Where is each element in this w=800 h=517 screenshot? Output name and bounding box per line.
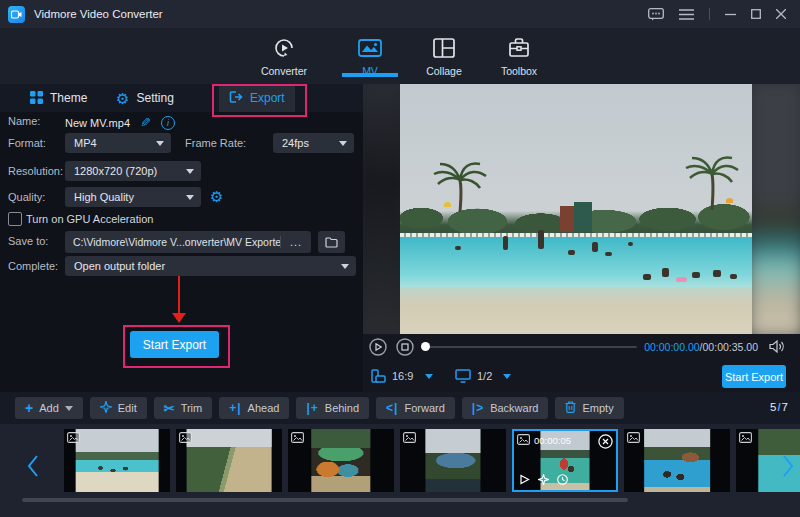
minimize-icon[interactable] [725,9,736,19]
gpu-label: Turn on GPU Acceleration [26,213,153,225]
info-icon[interactable]: i [161,116,175,130]
annotation-arrow [178,276,180,314]
quality-settings-icon[interactable] [210,188,223,206]
screen-icon[interactable] [455,369,471,385]
save-to-label: Save to: [8,235,48,247]
trim-icon [164,402,175,415]
gear-icon [116,91,129,106]
resolution-select[interactable]: 1280x720 (720p) [65,161,201,181]
close-icon[interactable] [776,9,786,19]
name-label: Name: [8,115,40,127]
folder-icon [325,237,338,248]
titlebar-divider [709,8,710,20]
duration-clip-icon[interactable] [557,474,568,487]
counter-total: 7 [782,401,788,413]
app-logo-icon [8,6,25,23]
clip-counter: 5/7 [770,401,788,413]
nav-tab-toolbox[interactable]: Toolbox [487,34,551,77]
format-select[interactable]: MP4 [65,133,171,153]
maximize-icon[interactable] [751,9,761,19]
forward-icon [386,402,398,414]
trash-icon [565,401,576,415]
panel-tab-bar: Theme Setting Export [0,84,363,112]
palm-tree [430,154,490,214]
aspect-ratio-dropdown-icon[interactable] [425,374,433,379]
ahead-button[interactable]: Ahead [219,397,289,419]
scene-water [400,237,752,287]
edit-name-icon[interactable] [140,115,151,130]
open-folder-button[interactable] [318,231,345,253]
export-panel: Theme Setting Export Name: New MV.mp4 i … [0,84,363,392]
scroll-right-icon[interactable] [782,454,795,480]
complete-label: Complete: [8,260,58,272]
clip-toolbar: Add Edit Trim Ahead Behind [0,392,800,424]
progress-knob[interactable] [421,342,430,351]
nav-active-indicator [342,73,398,77]
export-icon [229,91,243,105]
window-title: Vidmore Video Converter [34,8,163,20]
image-icon [179,432,192,445]
page-dropdown-icon[interactable] [503,374,511,379]
current-time: 00:00:00.00 [644,341,699,353]
frame-rate-select[interactable]: 24fps [273,133,354,153]
tab-setting[interactable]: Setting [106,84,184,112]
page-indicator: 1/2 [477,370,492,382]
player-controls: 00:00:00.00/00:00:35.00 [363,334,800,360]
progress-slider[interactable] [425,346,637,348]
annotation-arrow-head [172,313,186,323]
image-icon [627,432,640,445]
behind-button[interactable]: Behind [296,397,369,419]
browse-button[interactable]: ... [280,236,311,248]
aspect-ratio-value: 16:9 [392,370,413,382]
complete-select[interactable]: Open output folder [65,256,356,276]
format-label: Format: [8,137,46,149]
timeline-thumbnail[interactable] [288,429,394,492]
add-button[interactable]: Add [15,397,83,419]
add-dropdown-icon [65,406,73,411]
scene-sand [400,287,752,334]
quality-select[interactable]: High Quality [65,187,201,207]
timeline-scrollbar[interactable] [22,498,628,502]
preview-clip-icon[interactable] [519,474,530,487]
trim-button[interactable]: Trim [154,397,213,419]
timeline-thumbnail[interactable] [64,429,170,492]
start-export-button[interactable]: Start Export [130,331,219,358]
quality-label: Quality: [8,191,45,203]
palm-tree [680,146,744,212]
start-export-button-preview[interactable]: Start Export [722,365,786,388]
thumbnail-photo [425,429,480,492]
feedback-icon[interactable] [648,8,664,21]
image-icon [739,432,752,445]
timeline-thumbnail[interactable] [400,429,506,492]
resolution-label: Resolution: [8,165,63,177]
forward-button[interactable]: Forward [376,397,455,419]
volume-icon[interactable] [769,339,786,356]
backward-button[interactable]: Backward [462,397,549,419]
total-time: 00:00:35.00 [703,341,758,353]
thumbnail-photo [311,429,370,492]
scroll-left-icon[interactable] [26,454,39,480]
umbrella [444,202,451,207]
remove-clip-icon[interactable] [598,434,613,451]
backward-icon [472,402,484,414]
gpu-checkbox[interactable] [8,212,22,226]
stop-button[interactable] [396,338,414,358]
menu-icon[interactable] [679,9,694,20]
empty-button[interactable]: Empty [555,397,623,419]
nav-tab-mv[interactable]: MV [338,34,402,77]
thumbnail-photo [644,429,710,492]
tab-export[interactable]: Export [219,84,295,112]
edit-button[interactable]: Edit [90,397,147,419]
edit-clip-icon[interactable] [538,474,549,487]
nav-tab-converter[interactable]: Converter [252,34,316,77]
play-button[interactable] [369,338,387,358]
scene-structure [560,206,574,232]
timeline-thumbnail[interactable] [624,429,730,492]
tab-theme[interactable]: Theme [20,84,97,112]
save-path-field[interactable]: C:\Vidmore\Vidmore V...onverter\MV Expor… [65,231,311,253]
aspect-ratio-icon[interactable] [371,369,386,385]
umbrella [726,198,733,203]
timeline-thumbnail[interactable] [176,429,282,492]
nav-tab-collage[interactable]: Collage [412,34,476,77]
timeline-thumbnail-selected[interactable]: 00:00:05 [512,429,618,492]
